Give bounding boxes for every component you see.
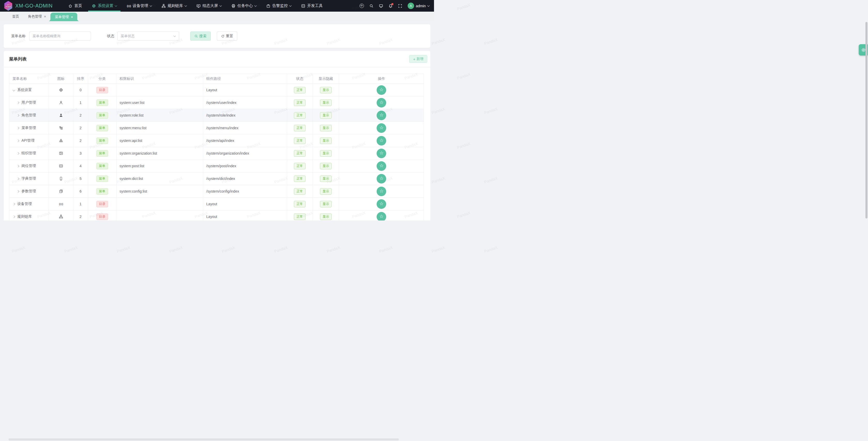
expand-arrow-icon[interactable] (17, 190, 20, 193)
top-navbar: IOT PANDA XM-GO-ADMIN 首页 系统设置 ((o))设备管理 … (0, 0, 434, 12)
favorite-button[interactable]: ☆ (377, 212, 386, 221)
menu-name-input[interactable] (29, 32, 91, 40)
component-path-cell: Layout (203, 198, 287, 210)
expand-arrow-icon[interactable] (17, 177, 20, 180)
star-icon: ☆ (379, 201, 383, 206)
sort-cell: 1 (73, 96, 88, 109)
star-icon: ☆ (379, 138, 383, 143)
visible-tag: 显示 (320, 201, 332, 207)
collapse-arrow-icon[interactable] (13, 89, 15, 91)
nav-item-label: 首页 (74, 3, 82, 8)
search-button[interactable]: 搜索 (190, 32, 211, 40)
expand-arrow-icon[interactable] (17, 127, 20, 129)
visible-tag: 显示 (320, 176, 332, 182)
close-icon[interactable]: × (44, 15, 46, 18)
reset-button[interactable]: 重置 (217, 32, 237, 40)
permission-cell: system:role:list (117, 109, 204, 122)
tab-label: 首页 (12, 14, 19, 19)
chevron-down-icon (219, 4, 222, 7)
plus-icon: + (413, 57, 415, 61)
monitor-icon[interactable] (379, 4, 383, 8)
star-icon: ☆ (379, 176, 383, 181)
table-row: 组织管理 3 菜单 system:organization:list /syst… (9, 147, 424, 160)
add-button-label: 新增 (416, 57, 424, 61)
nav-item-alarm[interactable]: 告警监控 (262, 0, 295, 12)
favorite-button[interactable]: ☆ (377, 149, 386, 158)
status-select[interactable]: 菜单状态 (117, 32, 179, 40)
status-tag: 正常 (294, 125, 306, 131)
tab-label: 菜单管理 (55, 15, 69, 20)
nav-item-tasks[interactable]: 任务中心 (228, 0, 260, 12)
operations-cell: ☆ (339, 172, 424, 185)
visible-tag: 显示 (320, 87, 332, 93)
favorite-button[interactable]: ☆ (377, 187, 386, 196)
nav-item-label: 规则链库 (167, 3, 183, 8)
favorite-button[interactable]: ☆ (377, 199, 386, 209)
tab-2[interactable]: 菜单管理 × (51, 13, 77, 21)
expand-arrow-icon[interactable] (17, 139, 20, 142)
permission-cell: system:menu:list (117, 122, 204, 134)
nav-item-home[interactable]: 首页 (65, 0, 86, 12)
panel-icon (59, 151, 63, 155)
fullscreen-icon[interactable] (398, 4, 402, 8)
nav-item-label: 开发工具 (307, 3, 322, 8)
permission-cell (116, 211, 203, 220)
expand-arrow-icon[interactable] (17, 165, 20, 167)
chevron-down-icon (174, 34, 176, 37)
brand-logo: IOT PANDA (4, 1, 13, 11)
expand-arrow-icon[interactable] (13, 215, 15, 218)
search-icon (194, 34, 198, 38)
nav-item-screen[interactable]: 组态大屏 (193, 0, 225, 12)
favorite-button[interactable]: ☆ (377, 85, 386, 95)
nav-item-signal[interactable]: ((o))设备管理 (123, 0, 155, 12)
status-tag: 正常 (294, 176, 306, 182)
component-path-cell: /system/user/index (203, 96, 287, 109)
operations-cell: ☆ (339, 96, 424, 109)
column-header: 显示隐藏 (313, 74, 339, 84)
search-icon[interactable] (369, 4, 373, 8)
tab-0[interactable]: 首页 (8, 12, 24, 21)
component-path-cell: /system/config/index (203, 185, 287, 197)
user-menu[interactable]: A admin (408, 3, 429, 9)
favorite-button[interactable]: ☆ (377, 123, 386, 133)
menu-icon-cell (49, 96, 73, 109)
sort-cell: 2 (73, 211, 88, 220)
favorite-button[interactable]: ☆ (377, 161, 386, 171)
expand-arrow-icon[interactable] (13, 203, 15, 205)
category-cell: 菜单 (88, 134, 117, 147)
expand-arrow-icon[interactable] (17, 101, 20, 104)
permission-cell: system:post:list (117, 160, 204, 172)
nav-item-flow[interactable]: 规则链库 (158, 0, 190, 12)
close-icon[interactable]: × (71, 15, 73, 19)
visible-cell: 显示 (313, 122, 339, 134)
permission-cell: system:user:list (117, 96, 204, 109)
component-path-cell: Layout (203, 84, 287, 96)
flow-icon (161, 4, 166, 8)
menu-icon-cell (49, 185, 73, 197)
visible-cell: 显示 (313, 185, 339, 197)
category-cell: 菜单 (88, 160, 117, 172)
favorite-button[interactable]: ☆ (377, 136, 386, 146)
user-filled-icon (59, 113, 63, 117)
favorite-button[interactable]: ☆ (377, 174, 386, 184)
component-path-cell: /system/post/index (203, 160, 287, 172)
status-tag: 正常 (294, 188, 306, 195)
menu-name: API管理 (22, 138, 35, 143)
expand-arrow-icon[interactable] (17, 114, 20, 117)
permission-cell (116, 84, 203, 96)
favorite-button[interactable]: ☆ (377, 111, 386, 120)
language-icon[interactable]: 中 (360, 4, 364, 8)
operations-cell: ☆ (339, 147, 424, 159)
status-tag: 正常 (294, 201, 306, 207)
favorite-button[interactable]: ☆ (377, 98, 386, 107)
tab-1[interactable]: 角色管理 × (24, 12, 51, 21)
notification-icon[interactable] (389, 4, 393, 8)
nav-item-devtools[interactable]: 开发工具 (298, 0, 326, 12)
nav-item-gear[interactable]: 系统设置 (88, 0, 120, 12)
main-nav: 首页 系统设置 ((o))设备管理 规则链库 组态大屏 任务中心 告警监控 开发… (63, 0, 328, 12)
visible-cell: 显示 (313, 96, 339, 109)
add-button[interactable]: + 新增 (409, 55, 427, 63)
sort-cell: 0 (73, 84, 88, 96)
nav-item-label: 告警监控 (272, 3, 288, 8)
expand-arrow-icon[interactable] (17, 152, 20, 155)
